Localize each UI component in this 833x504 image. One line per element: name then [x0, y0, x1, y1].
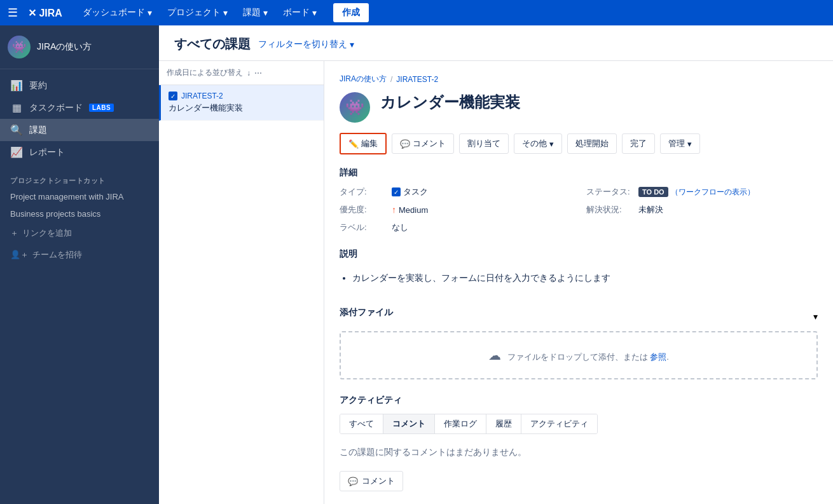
summary-icon: 📊 — [10, 79, 23, 92]
page-title-row: すべての課題 フィルターを切り替え ▾ — [174, 36, 818, 53]
status-row: ステータス: TO DO （ワークフローの表示） — [586, 186, 818, 198]
edit-icon: ✏️ — [348, 139, 359, 149]
add-comment-button[interactable]: 💬 コメント — [340, 471, 403, 491]
sort-options-icon[interactable]: ⋯ — [254, 69, 262, 78]
issue-title: カレンダー機能実装 — [380, 92, 520, 112]
taskboard-icon: ▦ — [10, 102, 23, 114]
comment-action-button[interactable]: 💬 コメント — [392, 133, 454, 154]
priority-up-icon: ↑ — [392, 205, 396, 215]
invite-team-button[interactable]: 👤＋ チームを招待 — [0, 244, 159, 266]
shortcuts-title: プロジェクトショートカット — [0, 168, 159, 188]
nav-projects[interactable]: プロジェクト ▾ — [161, 3, 234, 22]
add-comment-label: コメント — [362, 475, 395, 487]
priority-label: 優先度: — [340, 204, 384, 215]
sidebar-item-reports[interactable]: 📈 レポート — [0, 141, 159, 163]
issue-avatar: 👾 — [340, 92, 370, 123]
attach-drop-text: ファイルをドロップして添付、または — [507, 352, 648, 362]
sort-label: 作成日による並び替え — [167, 67, 243, 78]
labs-badge: LABS — [89, 104, 114, 112]
hamburger-icon[interactable]: ☰ — [8, 6, 18, 20]
shortcut-2[interactable]: Business projects basics — [0, 205, 159, 222]
sidebar-item-issues[interactable]: 🔍 課題 — [0, 119, 159, 141]
type-row: タイプ: ✓ タスク — [340, 186, 571, 198]
nav-issues[interactable]: 課題 ▾ — [237, 3, 274, 22]
main-content: すべての課題 フィルターを切り替え ▾ 作成日による並び替え ↓ ⋯ ✓ J — [159, 25, 833, 504]
assign-label: 割り当て — [467, 138, 500, 149]
resolution-row: 解決状況: 未解決 — [586, 204, 818, 215]
sidebar: 👾 JIRAの使い方 📊 要約 ▦ タスクボード LABS 🔍 課題 📈 レポー… — [0, 25, 159, 504]
details-left: タイプ: ✓ タスク 優先度: ↑ Medium — [340, 186, 571, 233]
sidebar-item-reports-label: レポート — [29, 147, 65, 158]
task-type-icon: ✓ — [169, 92, 177, 100]
add-link-button[interactable]: ＋ リンクを追加 — [0, 222, 159, 244]
manage-label: 管理 — [668, 138, 685, 149]
activity-tab-all[interactable]: すべて — [340, 414, 383, 433]
done-button[interactable]: 完了 — [622, 133, 655, 154]
type-value: ✓ タスク — [392, 186, 428, 198]
project-avatar: 👾 — [8, 36, 31, 58]
invite-team-label: チームを招待 — [32, 249, 82, 261]
activity-tab-worklog[interactable]: 作業ログ — [435, 414, 486, 433]
activity-tab-history[interactable]: 履歴 — [486, 414, 521, 433]
sidebar-item-summary[interactable]: 📊 要約 — [0, 74, 159, 97]
attach-browse-link[interactable]: 参照 — [650, 352, 666, 362]
reports-icon: 📈 — [10, 146, 23, 158]
content-area: 作成日による並び替え ↓ ⋯ ✓ JIRATEST-2 カレンダー機能実装 JI… — [159, 61, 833, 504]
main-layout: 👾 JIRAの使い方 📊 要約 ▦ タスクボード LABS 🔍 課題 📈 レポー… — [0, 25, 833, 504]
activity-tab-comment[interactable]: コメント — [383, 414, 435, 433]
issue-list-item[interactable]: ✓ JIRATEST-2 カレンダー機能実装 — [159, 85, 324, 121]
add-link-label: リンクを追加 — [22, 228, 72, 239]
start-label: 処理開始 — [575, 138, 609, 149]
action-bar: ✏️ 編集 💬 コメント 割り当て その他 ▾ 処理開 — [340, 133, 818, 154]
resolution-label: 解決状況: — [586, 204, 631, 215]
create-button[interactable]: 作成 — [333, 3, 369, 22]
issue-list-panel: 作成日による並び替え ↓ ⋯ ✓ JIRATEST-2 カレンダー機能実装 — [159, 61, 324, 504]
issue-summary: カレンダー機能実装 — [169, 102, 316, 114]
attach-link-suffix: . — [666, 352, 669, 362]
activity-tab-activity[interactable]: アクティビティ — [521, 414, 597, 433]
breadcrumb: JIRAの使い方 / JIRATEST-2 — [340, 74, 818, 85]
todo-badge: TO DO — [638, 187, 668, 197]
shortcut-1[interactable]: Project management with JIRA — [0, 188, 159, 205]
manage-button[interactable]: 管理 ▾ — [660, 133, 700, 154]
top-nav-menu: ダッシュボード ▾ プロジェクト ▾ 課題 ▾ ボード ▾ — [76, 3, 323, 22]
attachments-section: 添付ファイル ▾ ☁ ファイルをドロップして添付、または 参照. — [340, 307, 818, 379]
breadcrumb-project[interactable]: JIRAの使い方 — [340, 74, 387, 85]
sidebar-item-summary-label: 要約 — [29, 80, 47, 92]
assign-button[interactable]: 割り当て — [459, 133, 509, 154]
workflow-link[interactable]: （ワークフローの表示） — [671, 187, 755, 198]
sidebar-item-taskboard[interactable]: ▦ タスクボード LABS — [0, 97, 159, 119]
description-content: カレンダーを実装し、フォームに日付を入力できるようにします — [340, 268, 818, 292]
top-nav: ☰ ✕ JIRA ダッシュボード ▾ プロジェクト ▾ 課題 ▾ ボード ▾ 作… — [0, 0, 833, 25]
filter-chevron-icon: ▾ — [350, 39, 354, 50]
edit-button[interactable]: ✏️ 編集 — [340, 133, 387, 154]
invite-icon: 👤＋ — [10, 249, 29, 261]
priority-value: ↑ Medium — [392, 205, 428, 215]
breadcrumb-issue-key[interactable]: JIRATEST-2 — [396, 75, 438, 84]
issue-key-text: JIRATEST-2 — [181, 92, 223, 100]
comment-action-label: コメント — [413, 138, 446, 149]
start-button[interactable]: 処理開始 — [567, 133, 617, 154]
nav-boards[interactable]: ボード ▾ — [277, 3, 323, 22]
description-item: カレンダーを実装し、フォームに日付を入力できるようにします — [352, 273, 818, 284]
sort-direction-icon[interactable]: ↓ — [247, 69, 251, 78]
filter-toggle[interactable]: フィルターを切り替え ▾ — [258, 39, 354, 50]
more-label: その他 — [522, 138, 547, 149]
comment-btn-icon: 💬 — [348, 477, 358, 486]
more-button[interactable]: その他 ▾ — [514, 133, 562, 154]
done-label: 完了 — [630, 138, 647, 149]
attach-collapse-icon[interactable]: ▾ — [813, 311, 818, 322]
attachment-dropzone[interactable]: ☁ ファイルをドロップして添付、または 参照. — [340, 331, 818, 379]
type-label: タイプ: — [340, 186, 384, 198]
nav-dashboard[interactable]: ダッシュボード ▾ — [76, 3, 158, 22]
activity-tabs: すべて コメント 作業ログ 履歴 アクティビティ — [340, 414, 598, 434]
description-section: 説明 カレンダーを実装し、フォームに日付を入力できるようにします — [340, 249, 818, 292]
jira-logo-svg: ✕ JIRA — [28, 6, 66, 19]
sidebar-item-taskboard-label: タスクボード — [29, 102, 83, 114]
resolution-value: 未解決 — [638, 204, 663, 215]
page-title: すべての課題 — [174, 36, 251, 53]
sort-bar: 作成日による並び替え ↓ ⋯ — [159, 61, 324, 85]
task-icon: ✓ — [392, 187, 401, 196]
attachments-header: 添付ファイル ▾ — [340, 307, 818, 326]
issue-key: ✓ JIRATEST-2 — [169, 92, 316, 100]
